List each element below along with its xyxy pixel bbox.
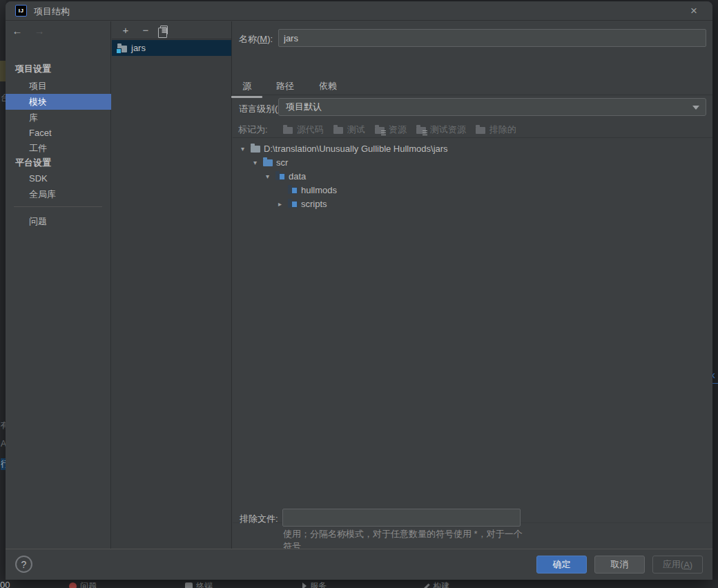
exclude-files-input[interactable] bbox=[282, 509, 521, 527]
tabs-separator bbox=[233, 95, 712, 95]
folder-icon bbox=[251, 146, 260, 153]
sidebar-item-artifacts[interactable]: 工件 bbox=[6, 140, 111, 156]
section-header-project-settings: 项目设置 bbox=[15, 63, 51, 75]
chevron-down-icon bbox=[692, 106, 699, 110]
copy-module-icon[interactable] bbox=[160, 26, 168, 35]
mark-test-resources-button[interactable]: 测试资源 bbox=[416, 124, 466, 136]
module-editor: 名称(M): 源 路径 依赖 语言级别(L): 项目默认 标记为: 源代码 bbox=[233, 21, 712, 549]
intellij-logo-icon: IJ bbox=[15, 5, 27, 17]
name-label: 名称(M): bbox=[239, 33, 273, 46]
dialog-title: 项目结构 bbox=[34, 6, 70, 18]
module-folder-icon bbox=[117, 46, 127, 52]
mark-sources-button[interactable]: 源代码 bbox=[283, 124, 324, 136]
module-name: jars bbox=[131, 43, 146, 53]
package-folder-icon bbox=[275, 173, 285, 180]
exclude-files-label: 排除文件: bbox=[240, 513, 278, 525]
help-button[interactable]: ? bbox=[15, 556, 32, 573]
language-level-select[interactable]: 项目默认 bbox=[278, 98, 706, 116]
ide-statusbar: 00 问题 终端 服务 构建 bbox=[0, 580, 718, 588]
tree-row-content-root[interactable]: D:\translation\Unusually Gullible Hullmo… bbox=[238, 141, 448, 155]
package-folder-icon bbox=[288, 187, 298, 194]
history-nav: ← → bbox=[11, 25, 46, 37]
sidebar-item-modules[interactable]: 模块 bbox=[6, 94, 111, 110]
sidebar-item-project[interactable]: 项目 bbox=[6, 78, 111, 94]
modules-list-panel: + − jars bbox=[112, 21, 232, 549]
project-structure-dialog: IJ 项目结构 × ← → 项目设置 项目 模块 库 Facet 工件 平台设置… bbox=[6, 1, 712, 580]
content-root-tree: D:\translation\Unusually Gullible Hullmo… bbox=[233, 139, 712, 522]
chevron-down-icon[interactable] bbox=[263, 173, 272, 180]
sidebar-item-global-libraries[interactable]: 全局库 bbox=[6, 186, 111, 202]
sidebar-item-problems[interactable]: 问题 bbox=[6, 213, 111, 229]
cancel-button[interactable]: 取消 bbox=[594, 556, 645, 574]
mark-as-label: 标记为: bbox=[238, 124, 268, 136]
services-icon bbox=[302, 582, 307, 588]
toolwindow-button-services[interactable]: 服务 bbox=[302, 580, 327, 588]
hammer-icon bbox=[422, 582, 429, 588]
module-list-item-jars[interactable]: jars bbox=[112, 40, 231, 56]
folder-icon bbox=[283, 127, 293, 134]
chevron-down-icon[interactable] bbox=[238, 145, 247, 153]
mark-resources-button[interactable]: 资源 bbox=[375, 124, 407, 136]
test-resources-folder-icon bbox=[416, 127, 426, 134]
toolwindow-button-terminal[interactable]: 终端 bbox=[185, 580, 213, 588]
toolwindow-button-build[interactable]: 构建 bbox=[423, 580, 449, 588]
ok-button[interactable]: 确定 bbox=[536, 556, 587, 574]
tree-row-scr[interactable]: scr bbox=[251, 155, 288, 169]
modules-toolbar: + − bbox=[112, 21, 231, 39]
mark-excluded-button[interactable]: 排除的 bbox=[476, 124, 516, 136]
sidebar-item-facet[interactable]: Facet bbox=[6, 125, 111, 141]
source-folder-icon bbox=[263, 159, 273, 166]
toolwindow-label: 问题 bbox=[80, 580, 97, 588]
language-level-value: 项目默认 bbox=[286, 101, 322, 113]
error-circle-icon bbox=[69, 582, 77, 588]
tree-row-hullmods[interactable]: hullmods bbox=[288, 183, 337, 197]
back-arrow-icon[interactable]: ← bbox=[11, 25, 23, 37]
settings-sidebar: ← → 项目设置 项目 模块 库 Facet 工件 平台设置 SDK 全局库 问… bbox=[6, 21, 111, 549]
remove-module-button[interactable]: − bbox=[140, 24, 151, 36]
tree-row-scripts[interactable]: scripts bbox=[275, 197, 327, 210]
package-folder-icon bbox=[288, 201, 298, 208]
toolwindow-label: 构建 bbox=[433, 580, 449, 588]
chevron-down-icon[interactable] bbox=[251, 159, 260, 166]
mark-as-row: 标记为: 源代码 测试 资源 测试资源 bbox=[238, 123, 708, 137]
forward-arrow-icon[interactable]: → bbox=[33, 25, 46, 37]
excluded-folder-icon bbox=[476, 127, 485, 134]
add-module-button[interactable]: + bbox=[120, 24, 131, 36]
close-icon[interactable]: × bbox=[686, 3, 701, 19]
mark-tests-button[interactable]: 测试 bbox=[333, 124, 365, 136]
toolwindow-button-problems[interactable]: 问题 bbox=[69, 580, 97, 588]
dialog-footer: ? 确定 取消 应用(A) bbox=[6, 549, 712, 580]
resources-folder-icon bbox=[375, 127, 385, 134]
screen: 台 有 An 行 k 00 问题 终端 服务 构建 IJ 项目结构 × bbox=[0, 0, 718, 588]
statusbar-fragment: 00 bbox=[0, 580, 10, 588]
apply-button[interactable]: 应用(A) bbox=[652, 556, 703, 574]
section-header-platform-settings: 平台设置 bbox=[15, 157, 51, 169]
toolwindow-label: 服务 bbox=[310, 580, 327, 588]
module-name-input[interactable] bbox=[278, 29, 706, 47]
chevron-right-icon[interactable] bbox=[275, 200, 284, 208]
terminal-icon bbox=[185, 582, 193, 588]
toolwindow-label: 终端 bbox=[196, 580, 213, 588]
sidebar-divider bbox=[14, 206, 102, 207]
tree-row-data[interactable]: data bbox=[263, 169, 306, 183]
content-separator bbox=[233, 137, 712, 138]
folder-icon bbox=[333, 127, 343, 134]
sidebar-item-sdk[interactable]: SDK bbox=[6, 170, 111, 186]
dialog-titlebar: IJ 项目结构 × bbox=[6, 1, 712, 21]
sidebar-item-libraries[interactable]: 库 bbox=[6, 110, 111, 126]
